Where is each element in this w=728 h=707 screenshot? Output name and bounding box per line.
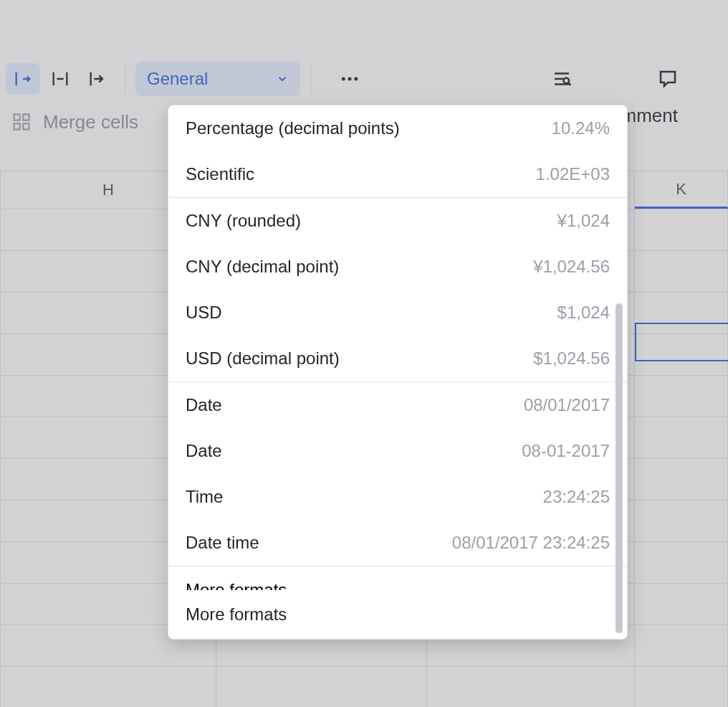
format-group-currency: CNY (rounded) ¥1,024 CNY (decimal point)… xyxy=(168,198,627,382)
format-option-label: USD (decimal point) xyxy=(186,348,340,369)
format-option-example: ¥1,024.56 xyxy=(533,257,610,277)
format-option-label: Scientific xyxy=(186,164,254,184)
format-option-label: CNY (decimal point) xyxy=(186,257,339,277)
format-option-example: 10.24% xyxy=(552,118,610,138)
format-option-example: ¥1,024 xyxy=(557,211,610,231)
number-format-dropdown: Percentage (decimal points) 10.24% Scien… xyxy=(168,105,628,640)
format-option-example: 23:24:25 xyxy=(543,487,610,507)
format-option-example: $1,024 xyxy=(557,303,610,323)
format-option-example: 08/01/2017 xyxy=(524,395,610,415)
format-option-label: More formats xyxy=(186,580,287,600)
format-option-example: 08-01-2017 xyxy=(522,441,610,461)
format-option-more-formats[interactable]: More formats xyxy=(168,566,627,613)
format-option-label: Date time xyxy=(186,533,259,553)
format-option-datetime[interactable]: Date time 08/01/2017 23:24:25 xyxy=(168,520,627,566)
format-group-datetime: Date 08/01/2017 Date 08-01-2017 Time 23:… xyxy=(168,382,627,566)
format-option-label: Percentage (decimal points) xyxy=(186,118,400,138)
format-option-usd[interactable]: USD $1,024 xyxy=(168,290,627,336)
format-option-example: $1,024.56 xyxy=(533,348,610,369)
format-option-example: 1.02E+03 xyxy=(536,164,610,184)
format-option-cny-decimal[interactable]: CNY (decimal point) ¥1,024.56 xyxy=(168,244,627,290)
format-option-date-dash[interactable]: Date 08-01-2017 xyxy=(168,428,627,474)
format-option-label: CNY (rounded) xyxy=(186,211,301,231)
format-option-example: 08/01/2017 23:24:25 xyxy=(452,533,610,553)
format-option-time[interactable]: Time 23:24:25 xyxy=(168,474,627,520)
dropdown-scrollbar[interactable] xyxy=(616,303,623,633)
format-option-percentage[interactable]: Percentage (decimal points) 10.24% xyxy=(168,105,627,151)
format-option-date-slash[interactable]: Date 08/01/2017 xyxy=(168,382,627,428)
format-option-label: Date xyxy=(186,441,222,461)
format-option-label: Time xyxy=(186,487,223,507)
format-option-usd-decimal[interactable]: USD (decimal point) $1,024.56 xyxy=(168,336,627,381)
format-option-cny-rounded[interactable]: CNY (rounded) ¥1,024 xyxy=(168,198,627,244)
format-option-scientific[interactable]: Scientific 1.02E+03 xyxy=(168,151,627,197)
format-option-label: Date xyxy=(186,395,222,415)
format-option-label: USD xyxy=(186,303,222,323)
format-group-number: Percentage (decimal points) 10.24% Scien… xyxy=(168,105,627,198)
